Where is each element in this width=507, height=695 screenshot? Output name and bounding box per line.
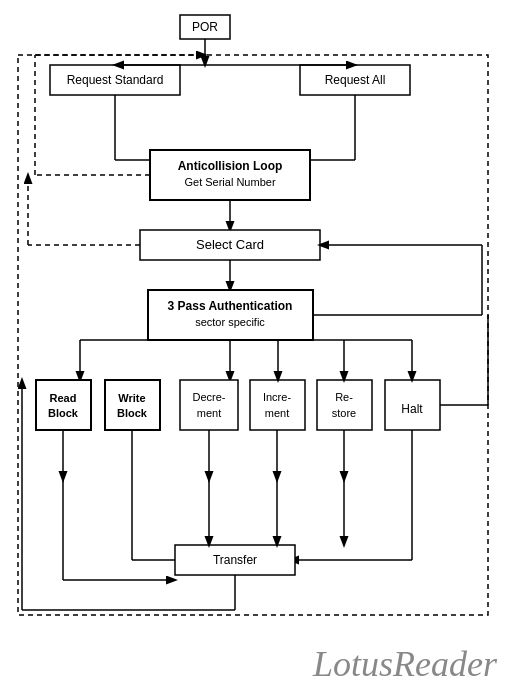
svg-rect-20 [148,290,313,340]
auth-label-bold: 3 Pass Authentication [168,299,293,313]
svg-rect-30 [250,380,305,430]
request-standard-label: Request Standard [67,73,164,87]
svg-rect-27 [36,380,91,430]
decrement-label1: Decre- [192,391,225,403]
select-card-label: Select Card [196,237,264,252]
anticollision-label-normal: Get Serial Number [184,176,275,188]
increment-label1: Incre- [263,391,291,403]
halt-label: Halt [401,402,423,416]
svg-rect-11 [150,150,310,200]
restore-label2: store [332,407,356,419]
read-block-label2: Block [48,407,79,419]
restore-label1: Re- [335,391,353,403]
svg-rect-31 [317,380,372,430]
diagram-container: POR Request Standard Request All Anticol… [0,0,507,695]
decrement-label2: ment [197,407,221,419]
por-label: POR [192,20,218,34]
svg-rect-29 [180,380,238,430]
auth-label-normal: sector specific [195,316,265,328]
anticollision-label-bold: Anticollision Loop [178,159,283,173]
read-block-label1: Read [50,392,77,404]
svg-rect-28 [105,380,160,430]
request-all-label: Request All [325,73,386,87]
increment-label2: ment [265,407,289,419]
transfer-label: Transfer [213,553,257,567]
write-block-label2: Block [117,407,148,419]
write-block-label1: Write [118,392,145,404]
